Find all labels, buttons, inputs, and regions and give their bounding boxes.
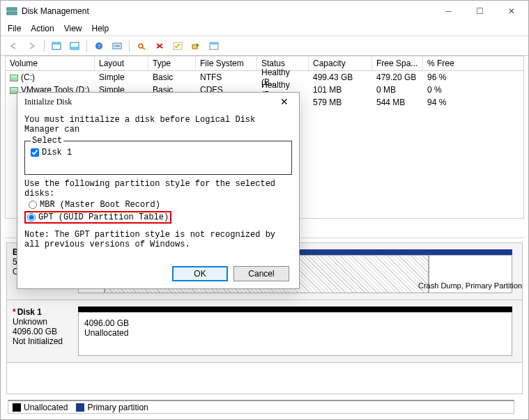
vol-capacity: 499.43 GB bbox=[309, 72, 372, 82]
vol-name: (C:) bbox=[21, 72, 35, 82]
dialog-titlebar: Initialize Disk ✕ bbox=[17, 93, 299, 111]
gpt-highlight: GPT (GUID Partition Table) bbox=[24, 211, 171, 224]
disk1-label: *Disk 1 Unknown 4096.00 GB Not Initializ… bbox=[7, 300, 74, 362]
dialog-title: Initialize Disk bbox=[24, 97, 274, 107]
menu-view[interactable]: View bbox=[64, 24, 82, 33]
checklist-icon[interactable] bbox=[170, 39, 185, 53]
toolbar: ? bbox=[1, 36, 528, 56]
disk1-type: Unknown bbox=[13, 317, 70, 327]
minimize-button[interactable]: ─ bbox=[433, 1, 464, 21]
svg-rect-1 bbox=[7, 12, 17, 15]
vol-fs: NTFS bbox=[196, 72, 257, 82]
radio-mbr-input[interactable] bbox=[29, 201, 37, 209]
region-size: 4096.00 GB bbox=[84, 318, 506, 328]
help-icon[interactable]: ? bbox=[91, 39, 107, 53]
col-capacity[interactable]: Capacity bbox=[309, 56, 372, 70]
warning-icon: * bbox=[13, 307, 16, 317]
maximize-button[interactable]: ☐ bbox=[464, 1, 496, 21]
properties-icon[interactable] bbox=[206, 39, 222, 53]
svg-rect-14 bbox=[192, 45, 197, 49]
vol-pct: 96 % bbox=[423, 72, 465, 82]
delete-icon[interactable] bbox=[152, 39, 167, 53]
dialog-message: You must initialize a disk before Logica… bbox=[24, 115, 292, 134]
vol-free: 479.20 GB bbox=[372, 72, 423, 82]
col-freespace[interactable]: Free Spa... bbox=[372, 56, 423, 70]
svg-rect-5 bbox=[70, 47, 79, 49]
disk-select-list[interactable]: Select Disk 1 bbox=[24, 136, 292, 175]
settings-list-icon[interactable] bbox=[109, 39, 125, 53]
col-type[interactable]: Type bbox=[148, 56, 196, 70]
drive-icon bbox=[10, 75, 18, 81]
radio-gpt-label: GPT (GUID Partition Table) bbox=[38, 212, 169, 222]
titlebar: Disk Management ─ ☐ ✕ bbox=[1, 1, 528, 22]
partition-style-label: Use the following partition style for th… bbox=[24, 179, 292, 199]
disk1-size: 4096.00 GB bbox=[13, 327, 70, 336]
legend: Unallocated Primary partition bbox=[8, 400, 514, 414]
disk1-item-label: Disk 1 bbox=[42, 148, 72, 157]
close-button[interactable]: ✕ bbox=[496, 1, 527, 21]
vol-type: Basic bbox=[148, 72, 196, 82]
disk1-partitions[interactable]: 4096.00 GB Unallocated bbox=[78, 306, 512, 356]
dialog-note: Note: The GPT partition style is not rec… bbox=[24, 230, 292, 249]
region-state: Unallocated bbox=[84, 328, 506, 338]
disk1-checkbox[interactable] bbox=[31, 148, 39, 157]
col-filesystem[interactable]: File System bbox=[196, 56, 257, 70]
disk1-name: Disk 1 bbox=[17, 307, 42, 317]
back-button[interactable] bbox=[6, 39, 22, 53]
initialize-disk-dialog: Initialize Disk ✕ You must initialize a … bbox=[17, 92, 300, 289]
partition-desc: Crash Dump, Primary Partition) bbox=[418, 281, 523, 290]
cancel-button[interactable]: Cancel bbox=[233, 266, 289, 281]
vol-capacity: 101 MB bbox=[309, 85, 372, 95]
radio-mbr-label: MBR (Master Boot Record) bbox=[40, 200, 160, 210]
col-layout[interactable]: Layout bbox=[95, 56, 148, 70]
disk1-status: Not Initialized bbox=[13, 336, 70, 346]
menubar: File Action View Help bbox=[1, 22, 528, 36]
vol-free: 544 MB bbox=[372, 98, 423, 107]
svg-rect-8 bbox=[113, 43, 121, 49]
vol-layout: Simple bbox=[95, 72, 148, 82]
svg-rect-16 bbox=[210, 42, 218, 45]
legend-primary: Primary partition bbox=[76, 403, 148, 412]
partition-region[interactable]: Crash Dump, Primary Partition) bbox=[429, 255, 512, 293]
menu-action[interactable]: Action bbox=[31, 24, 54, 33]
dialog-close-button[interactable]: ✕ bbox=[274, 96, 295, 108]
svg-line-12 bbox=[142, 47, 145, 49]
disk-management-icon bbox=[6, 6, 17, 17]
view-top-icon[interactable] bbox=[49, 39, 64, 53]
window-title: Disk Management bbox=[22, 6, 433, 16]
vol-free: 0 MB bbox=[372, 85, 423, 95]
svg-rect-3 bbox=[52, 42, 61, 45]
svg-text:?: ? bbox=[98, 43, 101, 49]
radio-gpt[interactable]: GPT (GUID Partition Table) bbox=[27, 212, 169, 222]
radio-gpt-input[interactable] bbox=[27, 213, 36, 221]
refresh-icon[interactable] bbox=[134, 39, 149, 53]
vol-capacity: 579 MB bbox=[309, 98, 372, 107]
view-bottom-icon[interactable] bbox=[67, 39, 82, 53]
vol-pct: 0 % bbox=[423, 85, 465, 95]
svg-rect-0 bbox=[7, 8, 17, 10]
legend-unallocated: Unallocated bbox=[13, 403, 68, 412]
radio-mbr[interactable]: MBR (Master Boot Record) bbox=[29, 200, 292, 210]
col-volume[interactable]: Volume bbox=[6, 56, 95, 70]
ok-button[interactable]: OK bbox=[172, 266, 228, 281]
col-percent-free[interactable]: % Free bbox=[423, 56, 465, 70]
disk-row-1[interactable]: *Disk 1 Unknown 4096.00 GB Not Initializ… bbox=[7, 300, 522, 363]
forward-button[interactable] bbox=[24, 39, 40, 53]
select-label: Select bbox=[31, 136, 63, 146]
rescan-icon[interactable] bbox=[188, 39, 204, 53]
vol-pct: 94 % bbox=[423, 98, 465, 107]
partition-region-unallocated[interactable]: 4096.00 GB Unallocated bbox=[78, 312, 512, 356]
menu-help[interactable]: Help bbox=[92, 24, 109, 33]
menu-file[interactable]: File bbox=[8, 24, 21, 33]
